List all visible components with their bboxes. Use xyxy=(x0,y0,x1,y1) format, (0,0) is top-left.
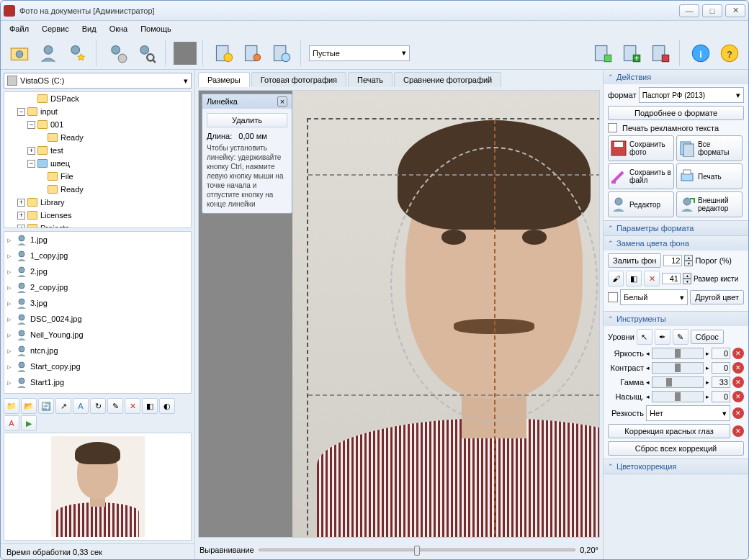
toolbar-help-icon[interactable]: ? xyxy=(717,40,743,66)
toolbar-list-add-icon[interactable] xyxy=(590,40,616,66)
tree-expander-icon[interactable]: − xyxy=(17,108,25,116)
file-item[interactable]: ▹3.jpg xyxy=(4,295,191,311)
tree-expander-icon[interactable]: − xyxy=(27,121,35,129)
tree-item[interactable]: +Licenses xyxy=(4,209,191,222)
save-file-button[interactable]: Сохранить в файл xyxy=(608,163,674,189)
mini-export-icon[interactable]: ↗ xyxy=(55,398,71,414)
panel-actions-header[interactable]: ⌃Действия xyxy=(604,70,748,84)
redeye-reset-icon[interactable]: ✕ xyxy=(732,425,744,437)
mini-edit-icon[interactable]: ✎ xyxy=(107,398,123,414)
file-item[interactable]: ▹DSC_0024.jpg xyxy=(4,311,191,327)
brightness-slider[interactable] xyxy=(652,348,704,359)
sharp-reset-icon[interactable]: ✕ xyxy=(732,407,744,419)
contrast-reset-icon[interactable]: ✕ xyxy=(732,362,744,374)
external-editor-button[interactable]: Внешний редактор xyxy=(676,191,743,217)
file-item[interactable]: ▹ntcn.jpg xyxy=(4,343,191,358)
panel-format-params-header[interactable]: ⌃Параметры формата xyxy=(604,221,748,235)
threshold-spinner[interactable]: ▴▾ xyxy=(684,255,693,266)
toolbar-info-icon[interactable]: i xyxy=(688,40,714,66)
tree-item[interactable]: +Projects xyxy=(4,222,191,228)
brush-spinner[interactable]: ▴▾ xyxy=(683,273,691,284)
mini-rotate-icon[interactable]: ↻ xyxy=(90,398,106,414)
brightness-reset-icon[interactable]: ✕ xyxy=(732,348,744,359)
mini-play-icon[interactable]: ▶ xyxy=(21,415,37,431)
brush-size-input[interactable] xyxy=(662,273,681,284)
color-combo[interactable]: Белый▾ xyxy=(620,289,688,305)
toolbar-list-remove-icon[interactable] xyxy=(647,40,673,66)
minimize-button[interactable]: — xyxy=(679,4,699,17)
file-item[interactable]: ▹Start_copy.jpg xyxy=(4,358,191,374)
saturation-reset-icon[interactable]: ✕ xyxy=(732,391,744,402)
redeye-button[interactable]: Коррекция красных глаз xyxy=(608,424,730,438)
toolbar-gear-person-icon[interactable] xyxy=(104,40,130,66)
mini-text2-icon[interactable]: A xyxy=(4,415,19,431)
gamma-slider[interactable] xyxy=(652,376,704,388)
file-item[interactable]: ▹Neil_Young.jpg xyxy=(4,327,191,343)
panel-bgcolor-header[interactable]: ⌃Замена цвета фона xyxy=(604,236,748,250)
mini-refresh-icon[interactable]: 🔄 xyxy=(38,398,54,414)
gamma-reset-icon[interactable]: ✕ xyxy=(732,376,744,388)
file-item[interactable]: ▹1.jpg xyxy=(4,232,191,248)
close-button[interactable]: ✕ xyxy=(725,4,745,17)
toolbar-person-star-icon[interactable] xyxy=(64,40,90,66)
eyedropper-white-icon[interactable]: ✎ xyxy=(673,329,689,345)
tree-item[interactable]: −001 xyxy=(4,118,191,131)
tree-item[interactable]: Ready xyxy=(4,131,191,144)
tab-compare[interactable]: Сравнение фотографий xyxy=(394,72,501,87)
photo-canvas[interactable]: Линейка × Удалить Длина: 0,00 мм Чтобы у… xyxy=(198,90,600,538)
folder-tree[interactable]: DSPack−input−001Ready+test−швецFileReady… xyxy=(4,91,192,228)
tree-expander-icon[interactable]: + xyxy=(17,212,25,220)
tree-item[interactable]: +test xyxy=(4,144,191,157)
toolbar-person-icon[interactable] xyxy=(35,40,61,66)
tree-item[interactable]: −input xyxy=(4,105,191,118)
fill-bg-button[interactable]: Залить фон xyxy=(608,253,661,268)
tab-print[interactable]: Печать xyxy=(348,72,393,87)
toolbar-user-settings-icon[interactable] xyxy=(240,40,266,66)
tree-item[interactable]: File xyxy=(4,170,191,183)
threshold-input[interactable] xyxy=(663,255,682,266)
menu-view[interactable]: Вид xyxy=(76,23,102,35)
toolbar-list-plus-icon[interactable]: + xyxy=(619,40,645,66)
mini-eraser-icon[interactable]: ◧ xyxy=(142,398,158,414)
pointer-tool-icon[interactable]: ↖ xyxy=(637,329,652,345)
mini-delete-icon[interactable]: ✕ xyxy=(125,398,140,414)
clear-tool-icon[interactable]: ✕ xyxy=(644,271,660,286)
print-button[interactable]: Печать xyxy=(676,163,743,189)
tree-item[interactable]: Ready xyxy=(4,183,191,196)
mini-retouch-icon[interactable]: ◐ xyxy=(159,398,175,414)
toolbar-time-settings-icon[interactable] xyxy=(269,40,295,66)
tree-expander-icon[interactable]: + xyxy=(17,199,25,207)
toolbar-settings-icon[interactable] xyxy=(211,40,237,66)
maximize-button[interactable]: □ xyxy=(702,4,722,17)
menu-help[interactable]: Помощь xyxy=(135,23,177,35)
sharp-combo[interactable]: Нет▾ xyxy=(646,405,730,421)
eyedropper-black-icon[interactable]: ✒ xyxy=(655,329,670,345)
mini-folder-open-icon[interactable]: 📂 xyxy=(21,398,37,414)
tree-expander-icon[interactable]: + xyxy=(27,147,35,155)
template-combo[interactable]: Пустые ▾ xyxy=(309,45,410,61)
tree-item[interactable]: −швец xyxy=(4,157,191,170)
tree-expander-icon[interactable]: − xyxy=(27,160,35,168)
all-formats-button[interactable]: Все форматы xyxy=(676,135,743,161)
tab-ready-photo[interactable]: Готовая фотография xyxy=(251,72,346,87)
panel-tools-header[interactable]: ⌃Инструменты xyxy=(604,312,748,326)
ad-text-checkbox[interactable] xyxy=(608,123,617,132)
other-color-button[interactable]: Другой цвет xyxy=(690,290,744,304)
format-combo[interactable]: Паспорт РФ (2013) ▾ xyxy=(639,87,744,103)
levels-reset-button[interactable]: Сброс xyxy=(691,330,724,344)
file-item[interactable]: ▹1_copy.jpg xyxy=(4,248,191,263)
alignment-slider[interactable] xyxy=(259,548,575,551)
file-item[interactable]: ▹2.jpg xyxy=(4,263,191,279)
crop-rectangle[interactable] xyxy=(307,118,600,538)
format-details-button[interactable]: Подробнее о формате xyxy=(608,106,744,120)
tree-expander-icon[interactable]: + xyxy=(17,225,25,229)
toolbar-open-icon[interactable] xyxy=(6,40,32,66)
reset-all-button[interactable]: Сброс всех коррекций xyxy=(608,441,744,456)
tree-item[interactable]: +Library xyxy=(4,196,191,209)
mini-text-icon[interactable]: A xyxy=(73,398,89,414)
tree-item[interactable]: DSPack xyxy=(4,92,191,105)
current-color-swatch[interactable] xyxy=(174,42,197,65)
menu-file[interactable]: Файл xyxy=(4,23,35,35)
mini-folder-new-icon[interactable]: 📁 xyxy=(4,398,19,414)
toolbar-search-person-icon[interactable] xyxy=(133,40,159,66)
